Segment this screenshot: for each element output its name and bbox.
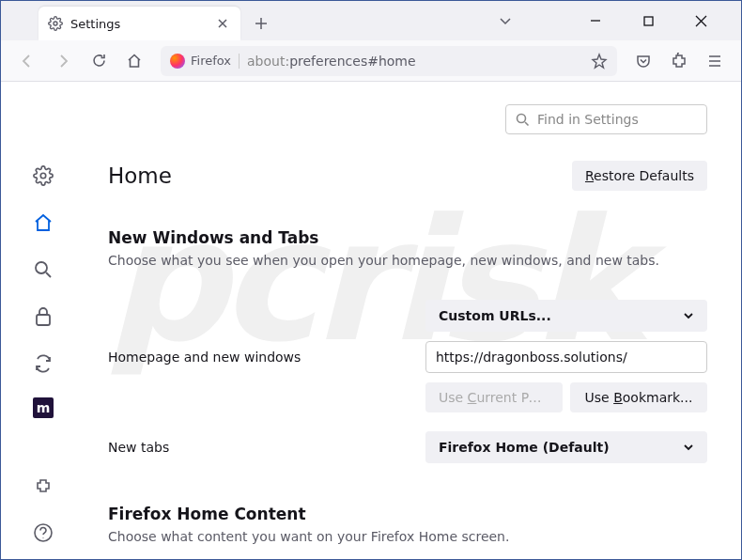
extensions-icon[interactable] bbox=[664, 46, 694, 76]
pocket-icon[interactable] bbox=[628, 46, 658, 76]
svg-rect-1 bbox=[644, 17, 653, 25]
window-controls bbox=[486, 1, 741, 40]
url-text: about:preferences#home bbox=[247, 54, 583, 69]
search-placeholder: Find in Settings bbox=[537, 112, 639, 127]
settings-search-input[interactable]: Find in Settings bbox=[505, 104, 707, 134]
page-title: Home bbox=[108, 163, 172, 188]
home-button[interactable] bbox=[119, 46, 149, 76]
sidebar: m bbox=[1, 82, 85, 560]
section-new-windows-desc: Choose what you see when you open your h… bbox=[108, 253, 707, 268]
reload-button[interactable] bbox=[84, 46, 114, 76]
tab-title: Settings bbox=[70, 17, 207, 31]
sidebar-search-icon[interactable] bbox=[30, 257, 56, 283]
homepage-mode-value: Custom URLs... bbox=[439, 308, 551, 323]
sidebar-general-icon[interactable] bbox=[30, 163, 56, 189]
section-home-content-desc: Choose what content you want on your Fir… bbox=[108, 529, 707, 544]
tabs-dropdown-icon[interactable] bbox=[486, 7, 525, 35]
svg-point-6 bbox=[518, 114, 526, 122]
svg-rect-4 bbox=[37, 315, 50, 325]
search-icon bbox=[516, 113, 530, 127]
browser-tab[interactable]: Settings bbox=[39, 7, 240, 40]
tab-bar: Settings bbox=[1, 1, 741, 40]
sidebar-privacy-icon[interactable] bbox=[30, 303, 56, 330]
section-home-content-title: Firefox Home Content bbox=[108, 505, 707, 523]
sidebar-more-icon[interactable]: m bbox=[33, 397, 54, 418]
chevron-down-icon bbox=[683, 442, 694, 453]
sidebar-extensions-icon[interactable] bbox=[30, 473, 56, 499]
app-menu-icon[interactable] bbox=[700, 46, 730, 76]
sidebar-home-icon[interactable] bbox=[30, 210, 56, 236]
minimize-button[interactable] bbox=[576, 7, 615, 35]
newtabs-label: New tabs bbox=[108, 440, 425, 455]
newtabs-select[interactable]: Firefox Home (Default) bbox=[425, 431, 707, 463]
maximize-button[interactable] bbox=[628, 7, 668, 35]
close-window-button[interactable] bbox=[681, 7, 720, 35]
url-bar[interactable]: Firefox about:preferences#home bbox=[161, 46, 617, 76]
homepage-url-input[interactable] bbox=[425, 341, 707, 373]
svg-point-2 bbox=[40, 173, 46, 179]
newtabs-value: Firefox Home (Default) bbox=[439, 440, 610, 455]
restore-defaults-button[interactable]: Restore Defaults bbox=[572, 161, 707, 191]
svg-point-0 bbox=[54, 22, 57, 25]
bookmark-star-icon[interactable] bbox=[591, 53, 608, 70]
homepage-mode-select[interactable]: Custom URLs... bbox=[425, 300, 707, 332]
url-identity-label: Firefox bbox=[191, 54, 231, 68]
close-tab-icon[interactable] bbox=[214, 15, 231, 32]
sidebar-sync-icon[interactable] bbox=[30, 350, 56, 377]
gear-icon bbox=[48, 16, 63, 31]
sidebar-help-icon[interactable] bbox=[30, 520, 56, 546]
section-new-windows-title: New Windows and Tabs bbox=[108, 228, 707, 247]
back-button[interactable] bbox=[12, 46, 42, 76]
use-current-pages-button[interactable]: Use Current Pages bbox=[425, 382, 563, 412]
forward-button[interactable] bbox=[48, 46, 78, 76]
main-panel: Find in Settings Home Restore Defaults N… bbox=[85, 82, 741, 560]
use-bookmark-button[interactable]: Use Bookmark... bbox=[570, 382, 707, 412]
chevron-down-icon bbox=[683, 310, 694, 321]
url-identity: Firefox bbox=[170, 54, 240, 69]
homepage-label: Homepage and new windows bbox=[108, 350, 425, 365]
new-tab-button[interactable] bbox=[246, 8, 276, 39]
toolbar: Firefox about:preferences#home bbox=[1, 40, 741, 82]
svg-point-3 bbox=[36, 262, 47, 273]
firefox-logo-icon bbox=[170, 54, 185, 69]
